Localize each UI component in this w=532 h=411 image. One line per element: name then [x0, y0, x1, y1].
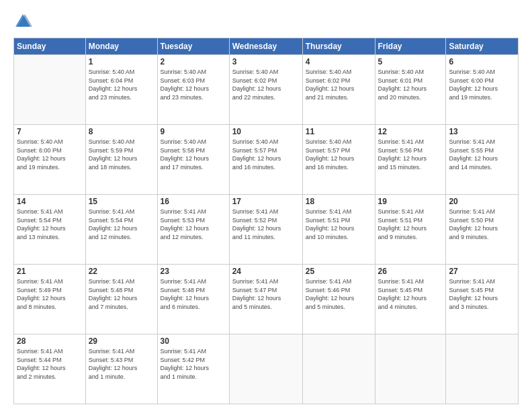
day-info: Sunrise: 5:41 AM Sunset: 5:52 PM Dayligh…	[232, 208, 300, 241]
calendar-cell: 10Sunrise: 5:40 AM Sunset: 5:57 PM Dayli…	[229, 125, 302, 195]
calendar-cell: 29Sunrise: 5:41 AM Sunset: 5:43 PM Dayli…	[85, 334, 157, 404]
day-info: Sunrise: 5:41 AM Sunset: 5:43 PM Dayligh…	[89, 347, 154, 381]
calendar-cell: 2Sunrise: 5:40 AM Sunset: 6:03 PM Daylig…	[157, 55, 229, 125]
day-number: 2	[161, 57, 226, 66]
header-day-friday: Friday	[375, 38, 446, 55]
day-number: 24	[232, 267, 300, 276]
day-info: Sunrise: 5:41 AM Sunset: 5:46 PM Dayligh…	[306, 277, 372, 311]
calendar-cell: 16Sunrise: 5:41 AM Sunset: 5:53 PM Dayli…	[157, 195, 229, 265]
day-info: Sunrise: 5:40 AM Sunset: 6:01 PM Dayligh…	[378, 68, 443, 101]
calendar-body: 1Sunrise: 5:40 AM Sunset: 6:04 PM Daylig…	[14, 55, 519, 404]
header-day-wednesday: Wednesday	[229, 38, 302, 55]
day-number: 15	[89, 197, 154, 206]
day-info: Sunrise: 5:40 AM Sunset: 6:02 PM Dayligh…	[306, 68, 372, 101]
logo	[13, 12, 35, 31]
day-info: Sunrise: 5:40 AM Sunset: 5:58 PM Dayligh…	[161, 138, 226, 171]
day-number: 5	[378, 57, 443, 66]
week-row-4: 28Sunrise: 5:41 AM Sunset: 5:44 PM Dayli…	[14, 334, 519, 404]
day-info: Sunrise: 5:41 AM Sunset: 5:45 PM Dayligh…	[378, 277, 443, 311]
day-info: Sunrise: 5:40 AM Sunset: 6:04 PM Dayligh…	[89, 68, 154, 101]
day-info: Sunrise: 5:41 AM Sunset: 5:53 PM Dayligh…	[161, 208, 226, 241]
calendar-cell: 11Sunrise: 5:40 AM Sunset: 5:57 PM Dayli…	[302, 125, 375, 195]
page: SundayMondayTuesdayWednesdayThursdayFrid…	[0, 0, 532, 411]
day-info: Sunrise: 5:41 AM Sunset: 5:50 PM Dayligh…	[449, 208, 515, 241]
calendar-cell: 13Sunrise: 5:41 AM Sunset: 5:55 PM Dayli…	[446, 125, 519, 195]
calendar-cell: 8Sunrise: 5:40 AM Sunset: 5:59 PM Daylig…	[85, 125, 157, 195]
day-number: 9	[161, 127, 226, 136]
calendar-cell: 21Sunrise: 5:41 AM Sunset: 5:49 PM Dayli…	[14, 265, 86, 334]
day-number: 18	[306, 197, 372, 206]
day-number: 7	[17, 127, 83, 136]
header	[13, 12, 519, 31]
day-number: 20	[449, 197, 515, 206]
calendar-cell	[14, 55, 86, 125]
calendar-cell: 22Sunrise: 5:41 AM Sunset: 5:48 PM Dayli…	[85, 265, 157, 334]
day-number: 13	[449, 127, 515, 136]
day-number: 19	[378, 197, 443, 206]
day-number: 10	[232, 127, 300, 136]
day-info: Sunrise: 5:40 AM Sunset: 5:57 PM Dayligh…	[306, 138, 372, 171]
calendar-cell: 3Sunrise: 5:40 AM Sunset: 6:02 PM Daylig…	[229, 55, 302, 125]
day-info: Sunrise: 5:40 AM Sunset: 5:57 PM Dayligh…	[232, 138, 300, 171]
day-number: 23	[161, 267, 226, 276]
day-number: 27	[449, 267, 515, 276]
day-number: 1	[89, 57, 154, 66]
day-number: 14	[17, 197, 83, 206]
week-row-2: 14Sunrise: 5:41 AM Sunset: 5:54 PM Dayli…	[14, 195, 519, 265]
calendar-cell	[375, 334, 446, 404]
day-number: 3	[232, 57, 300, 66]
day-number: 6	[449, 57, 515, 66]
calendar-cell: 27Sunrise: 5:41 AM Sunset: 5:45 PM Dayli…	[446, 265, 519, 334]
calendar-table: SundayMondayTuesdayWednesdayThursdayFrid…	[13, 38, 519, 404]
logo-icon	[13, 12, 32, 31]
day-info: Sunrise: 5:41 AM Sunset: 5:45 PM Dayligh…	[449, 277, 515, 311]
calendar-cell: 28Sunrise: 5:41 AM Sunset: 5:44 PM Dayli…	[14, 334, 86, 404]
header-day-thursday: Thursday	[302, 38, 375, 55]
day-info: Sunrise: 5:41 AM Sunset: 5:49 PM Dayligh…	[17, 277, 83, 311]
day-number: 26	[378, 267, 443, 276]
day-number: 8	[89, 127, 154, 136]
calendar-cell	[302, 334, 375, 404]
calendar-cell	[229, 334, 302, 404]
calendar-header-row: SundayMondayTuesdayWednesdayThursdayFrid…	[14, 38, 519, 55]
day-number: 4	[306, 57, 372, 66]
header-day-sunday: Sunday	[14, 38, 86, 55]
calendar-cell: 4Sunrise: 5:40 AM Sunset: 6:02 PM Daylig…	[302, 55, 375, 125]
calendar-cell	[446, 334, 519, 404]
calendar-cell: 17Sunrise: 5:41 AM Sunset: 5:52 PM Dayli…	[229, 195, 302, 265]
day-info: Sunrise: 5:41 AM Sunset: 5:56 PM Dayligh…	[378, 138, 443, 171]
calendar-cell: 14Sunrise: 5:41 AM Sunset: 5:54 PM Dayli…	[14, 195, 86, 265]
day-number: 29	[89, 336, 154, 346]
day-info: Sunrise: 5:41 AM Sunset: 5:51 PM Dayligh…	[378, 208, 443, 241]
day-number: 28	[17, 336, 83, 346]
day-number: 17	[232, 197, 300, 206]
day-info: Sunrise: 5:41 AM Sunset: 5:47 PM Dayligh…	[232, 277, 300, 311]
header-day-tuesday: Tuesday	[157, 38, 229, 55]
day-info: Sunrise: 5:41 AM Sunset: 5:54 PM Dayligh…	[17, 208, 83, 241]
week-row-1: 7Sunrise: 5:40 AM Sunset: 6:00 PM Daylig…	[14, 125, 519, 195]
calendar-cell: 5Sunrise: 5:40 AM Sunset: 6:01 PM Daylig…	[375, 55, 446, 125]
calendar-cell: 26Sunrise: 5:41 AM Sunset: 5:45 PM Dayli…	[375, 265, 446, 334]
calendar-cell: 30Sunrise: 5:41 AM Sunset: 5:42 PM Dayli…	[157, 334, 229, 404]
calendar-cell: 25Sunrise: 5:41 AM Sunset: 5:46 PM Dayli…	[302, 265, 375, 334]
calendar-cell: 24Sunrise: 5:41 AM Sunset: 5:47 PM Dayli…	[229, 265, 302, 334]
day-info: Sunrise: 5:40 AM Sunset: 6:00 PM Dayligh…	[449, 68, 515, 101]
header-day-saturday: Saturday	[446, 38, 519, 55]
day-info: Sunrise: 5:41 AM Sunset: 5:44 PM Dayligh…	[17, 347, 83, 381]
day-info: Sunrise: 5:40 AM Sunset: 6:00 PM Dayligh…	[17, 138, 83, 171]
calendar-cell: 12Sunrise: 5:41 AM Sunset: 5:56 PM Dayli…	[375, 125, 446, 195]
day-info: Sunrise: 5:40 AM Sunset: 6:02 PM Dayligh…	[232, 68, 300, 101]
day-number: 11	[306, 127, 372, 136]
week-row-3: 21Sunrise: 5:41 AM Sunset: 5:49 PM Dayli…	[14, 265, 519, 334]
calendar-cell: 20Sunrise: 5:41 AM Sunset: 5:50 PM Dayli…	[446, 195, 519, 265]
calendar-cell: 7Sunrise: 5:40 AM Sunset: 6:00 PM Daylig…	[14, 125, 86, 195]
day-number: 16	[161, 197, 226, 206]
day-info: Sunrise: 5:41 AM Sunset: 5:55 PM Dayligh…	[449, 138, 515, 171]
day-info: Sunrise: 5:41 AM Sunset: 5:48 PM Dayligh…	[161, 277, 226, 311]
day-info: Sunrise: 5:41 AM Sunset: 5:51 PM Dayligh…	[306, 208, 372, 241]
day-info: Sunrise: 5:41 AM Sunset: 5:42 PM Dayligh…	[161, 347, 226, 381]
day-info: Sunrise: 5:41 AM Sunset: 5:48 PM Dayligh…	[89, 277, 154, 311]
calendar-cell: 18Sunrise: 5:41 AM Sunset: 5:51 PM Dayli…	[302, 195, 375, 265]
day-number: 21	[17, 267, 83, 276]
calendar-cell: 15Sunrise: 5:41 AM Sunset: 5:54 PM Dayli…	[85, 195, 157, 265]
